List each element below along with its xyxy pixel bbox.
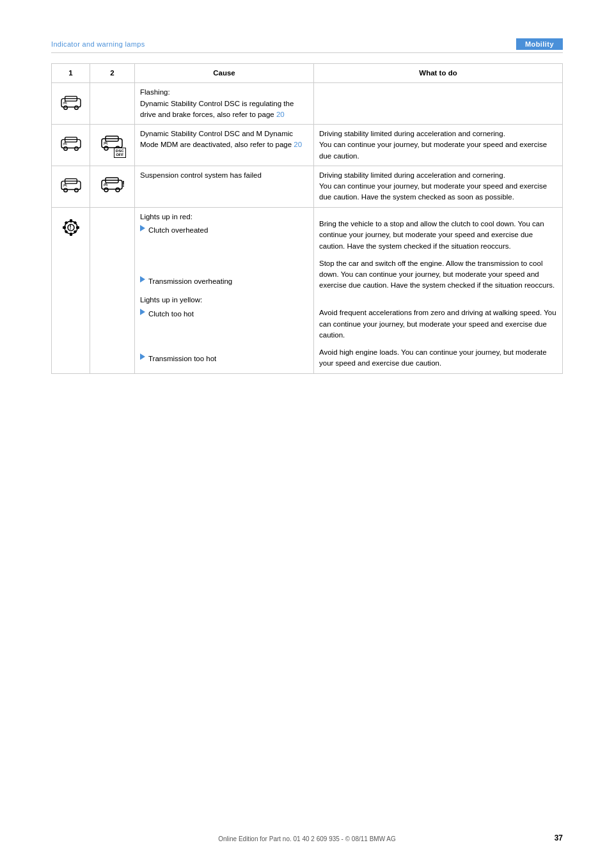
page-link-20b: 20 [294,141,302,148]
svg-rect-25 [63,226,66,229]
cause-cell-1: Flashing:Dynamic Stability Control DSC i… [135,83,314,125]
svg-point-10 [104,146,108,150]
car-excl-icon: ! [99,174,126,199]
cause-text-dsc-mdm: Dynamic Stability Control DSC and M Dyna… [140,130,302,148]
svg-text:!: ! [122,180,125,189]
cause-cell-2: Dynamic Stability Control DSC and M Dyna… [135,125,314,166]
lights-yellow-label: Lights up in yellow: [140,295,308,306]
whatdo-cell-4: Bring the vehicle to a stop and allow th… [314,207,563,373]
whatdo-cell-1 [314,83,563,125]
svg-rect-27 [64,221,68,224]
cause-cell-3: Suspension control system has failed [135,166,314,207]
page-number: 37 [555,833,563,842]
whatdo-trans-overheat-text: Stop the car and switch off the engine. … [319,260,555,290]
whatdo-clutch-hot-block: Avoid frequent accelerations from zero a… [319,304,557,341]
lights-red-label: Lights up in red: [140,212,308,222]
table-row: ! Lights up in red: Clutch overheated [52,207,563,373]
whatdo-cell-3: Driving stability limited during acceler… [314,166,563,207]
whatdo-trans-hot-text: Avoid high engine loads. You can continu… [319,348,547,367]
table-row: ! Suspension control system has failed D… [52,166,563,207]
page-container: Indicator and warning lamps Mobility 1 2… [0,0,614,868]
icon-cell-1d: ! [52,207,90,373]
header-bar: Indicator and warning lamps Mobility [51,38,563,53]
bullet-clutch-overheat-text: Clutch overheated [148,225,308,236]
whatdo-trans-overheat-block: Stop the car and switch off the engine. … [319,258,557,291]
svg-point-3 [74,105,78,109]
car-dsc-icon-3 [59,175,83,194]
icon-cell-2d [90,207,135,373]
svg-rect-24 [70,233,72,236]
whatdo-trans-hot-block: Avoid high engine loads. You can continu… [319,347,557,369]
col-header-whatdo: What to do [314,64,563,83]
lights-red-section: Lights up in red: Clutch overheated Tran… [140,212,308,288]
cause-text-flashing: Flashing:Dynamic Stability Control DSC i… [140,88,294,118]
car-dsc-icon-2 [59,134,83,153]
bullet-trans-hot: Transmission too hot [140,353,308,364]
dsc-off-icon: DSCOFF [99,132,126,157]
col-header-1: 1 [52,64,90,83]
bullet-trans-overheat: Transmission overheating [140,276,308,287]
svg-point-14 [63,189,67,192]
gear-warn-icon: ! [58,214,84,241]
main-table: 1 2 Cause What to do [51,63,563,374]
svg-point-6 [63,147,67,151]
bullet-trans-overheat-text: Transmission overheating [148,276,308,287]
bullet-clutch-hot: Clutch too hot [140,309,308,320]
bullet-icon [140,276,145,283]
footer-copyright: Online Edition for Part no. 01 40 2 609 … [0,835,614,842]
icon-cell-1b [52,125,90,166]
bullet-clutch-hot-text: Clutch too hot [148,309,308,320]
car-dsc-icon [59,93,83,112]
page-link-20a: 20 [276,111,285,118]
table-row: Flashing:Dynamic Stability Control DSC i… [52,83,563,125]
whatdo-clutch-overheat-block: Bring the vehicle to a stop and allow th… [319,212,557,252]
lights-yellow-section: Lights up in yellow: Clutch too hot Tran… [140,295,308,364]
svg-text:!: ! [69,224,71,231]
header-left-text: Indicator and warning lamps [51,40,516,48]
bullet-trans-hot-text: Transmission too hot [148,353,308,364]
header-right-text: Mobility [516,38,563,50]
car-excl-svg: ! [99,174,126,196]
icon-cell-2-empty [90,83,135,125]
svg-point-15 [74,189,78,192]
svg-point-18 [104,188,108,192]
bullet-icon [140,225,145,231]
svg-point-2 [63,105,67,109]
svg-rect-23 [70,219,72,222]
table-row: DSCOFF Dynamic Stability Control DSC and… [52,125,563,166]
bullet-clutch-overheat: Clutch overheated [140,225,308,236]
icon-cell-1 [52,83,90,125]
cause-text-suspension: Suspension control system has failed [140,171,262,179]
table-header-row: 1 2 Cause What to do [52,64,563,83]
whatdo-cell-2: Driving stability limited during acceler… [314,125,563,166]
svg-rect-26 [76,226,79,229]
whatdo-clutch-overheat-text: Bring the vehicle to a stop and allow th… [319,220,544,250]
col-header-cause: Cause [135,64,314,83]
icon-cell-2b: DSCOFF [90,125,135,166]
icon-cell-1c [52,166,90,207]
dsc-off-label: DSCOFF [114,148,126,158]
icon-cell-2c: ! [90,166,135,207]
bullet-icon [140,353,145,360]
col-header-2: 2 [90,64,135,83]
svg-point-7 [74,147,78,151]
bullet-icon [140,309,145,315]
whatdo-clutch-hot-text: Avoid frequent accelerations from zero a… [319,309,556,339]
cause-cell-4: Lights up in red: Clutch overheated Tran… [135,207,314,373]
svg-point-19 [116,188,120,192]
